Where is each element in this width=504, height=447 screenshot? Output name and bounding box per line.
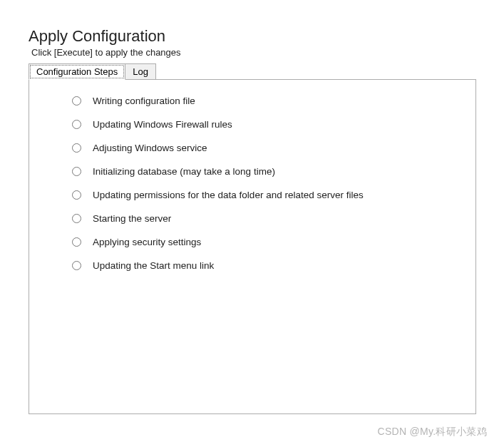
step-row: Updating the Start menu link (72, 260, 461, 271)
pending-icon (72, 96, 81, 106)
tab-configuration-steps[interactable]: Configuration Steps (29, 63, 125, 80)
step-label: Initializing database (may take a long t… (93, 166, 275, 177)
step-row: Applying security settings (72, 237, 461, 247)
pending-icon (72, 214, 81, 223)
tab-row: Configuration Steps Log (29, 63, 475, 80)
page-title: Apply Configuration (29, 27, 475, 46)
step-label: Updating Windows Firewall rules (93, 119, 232, 130)
step-row: Starting the server (72, 213, 461, 224)
page-subtitle: Click [Execute] to apply the changes (31, 47, 475, 58)
pending-icon (72, 261, 81, 270)
pending-icon (72, 190, 81, 200)
tab-content: Writing configuration fileUpdating Windo… (29, 79, 476, 414)
step-row: Adjusting Windows service (72, 143, 461, 153)
pending-icon (72, 167, 81, 176)
step-label: Writing configuration file (93, 96, 195, 106)
step-row: Updating Windows Firewall rules (72, 119, 461, 130)
step-row: Writing configuration file (72, 96, 461, 106)
step-label: Applying security settings (93, 237, 201, 247)
tab-log[interactable]: Log (125, 63, 156, 80)
pending-icon (72, 143, 81, 153)
step-label: Updating the Start menu link (93, 260, 214, 271)
step-label: Updating permissions for the data folder… (93, 190, 364, 200)
step-row: Updating permissions for the data folder… (72, 190, 461, 200)
pending-icon (72, 237, 81, 247)
pending-icon (72, 120, 81, 129)
step-label: Adjusting Windows service (93, 143, 207, 153)
step-label: Starting the server (93, 213, 171, 224)
watermark: CSDN @My.科研小菜鸡 (378, 426, 487, 438)
step-row: Initializing database (may take a long t… (72, 166, 461, 177)
